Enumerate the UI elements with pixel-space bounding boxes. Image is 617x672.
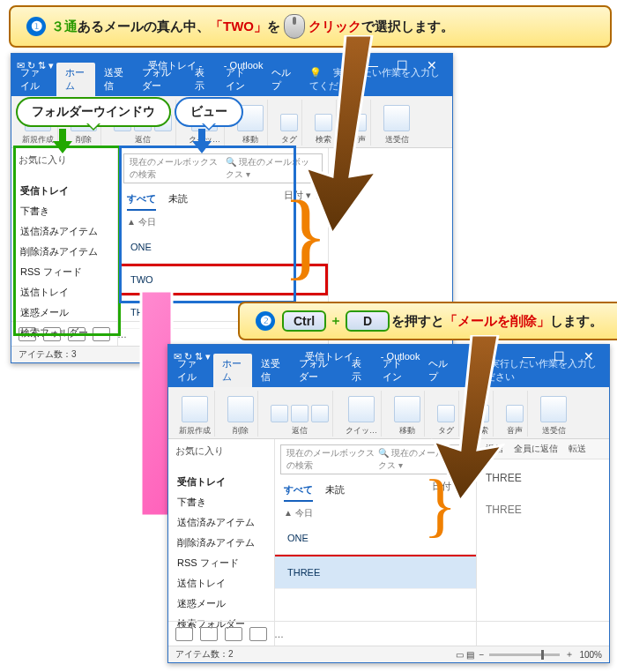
mouse-icon xyxy=(284,14,305,39)
ribbon-voice-2[interactable]: 音声 xyxy=(502,391,528,437)
nav-more-2[interactable]: … xyxy=(274,629,284,639)
tab-send[interactable]: 送受信 xyxy=(95,63,134,96)
tab-view-2[interactable]: 表示 xyxy=(343,354,375,387)
folder-rss-2[interactable]: RSS フィード xyxy=(168,553,274,573)
mail-two[interactable]: TWO xyxy=(118,264,328,296)
nav-mail-icon-2[interactable] xyxy=(175,627,193,641)
nav-mail-icon[interactable] xyxy=(19,327,36,341)
search-input-2[interactable]: 現在のメールボックスの検索 🔍 現在のメールボックス ▾ xyxy=(280,444,471,474)
i1-tail: で選択します。 xyxy=(361,19,454,35)
tab-help-2[interactable]: ヘルプ xyxy=(420,354,458,387)
list-tabs-1: すべて 未読 日付 ▾ ↑ xyxy=(118,189,328,211)
nav-task-icon[interactable] xyxy=(93,327,110,341)
i2-del: 「メールを削除」 xyxy=(444,313,550,330)
ribbon-search-2[interactable]: 検索 xyxy=(468,391,494,437)
i1-two: 「TWO」 xyxy=(210,19,267,35)
tab-addin[interactable]: アドイン xyxy=(217,63,262,96)
tab-addin-2[interactable]: アドイン xyxy=(374,354,419,387)
ribbon-reply-2[interactable]: 返信 xyxy=(267,391,333,437)
folder-sent-2[interactable]: 送信済みアイテム xyxy=(168,512,274,533)
tab-unread-2[interactable]: 未読 xyxy=(325,480,345,502)
folder-deleted-2[interactable]: 削除済みアイテム xyxy=(168,533,274,553)
zoom-slider[interactable] xyxy=(489,653,560,656)
mail-one-2[interactable]: ONE xyxy=(275,522,476,555)
mail-one[interactable]: ONE xyxy=(118,231,328,264)
statusbar-2: アイテム数：2 ▭ ▤−＋ 100% xyxy=(168,646,609,662)
tab-folder-2[interactable]: フォルダー xyxy=(290,354,342,387)
tab-view[interactable]: 表示 xyxy=(186,63,218,96)
reply-bar: 返信 全員に返信 転送 xyxy=(477,439,609,459)
folder-draft-2[interactable]: 下書き xyxy=(168,492,274,512)
folder-outbox[interactable]: 送信トレイ xyxy=(11,282,117,302)
folder-deleted[interactable]: 削除済みアイテム xyxy=(11,242,117,262)
ribbon-sendrecv[interactable]: 送受信 xyxy=(380,100,413,146)
ribbon-tag[interactable]: タグ xyxy=(277,100,302,146)
folder-outbox-2[interactable]: 送信トレイ xyxy=(168,573,274,594)
sort-date[interactable]: 日付 ▾ ↑ xyxy=(284,189,319,211)
ribbon-move-2[interactable]: 移動 xyxy=(390,391,425,437)
group-today[interactable]: ▲ 今日 xyxy=(118,211,328,231)
zoom-control[interactable]: ▭ ▤−＋ 100% xyxy=(456,648,602,661)
callout-view: ビュー xyxy=(175,97,243,127)
tab-home-2[interactable]: ホーム xyxy=(213,354,252,387)
nav-task-icon-2[interactable] xyxy=(249,627,267,641)
ribbon-tag-2[interactable]: タグ xyxy=(434,391,459,437)
ribbon-sendrecv-2[interactable]: 送受信 xyxy=(537,391,570,437)
nav-people-icon[interactable] xyxy=(68,327,85,341)
ribbon-voice[interactable]: 音声 xyxy=(346,100,371,146)
key-ctrl: Ctrl xyxy=(282,310,326,332)
step-number-2: ❷ xyxy=(256,311,275,331)
nav-people-icon-2[interactable] xyxy=(225,627,242,641)
group-today-2[interactable]: ▲ 今日 xyxy=(275,502,476,522)
sort-date-2[interactable]: 日付 ▾ ↑ xyxy=(432,480,467,502)
folder-sent[interactable]: 送信済みアイテム xyxy=(11,221,117,242)
i2-tail: します。 xyxy=(550,313,603,330)
nav-cal-icon[interactable] xyxy=(43,327,61,341)
ribbon-new-2[interactable]: 新規作成 xyxy=(175,391,215,437)
reply-btn[interactable]: 返信 xyxy=(486,443,503,455)
favorites-header-2[interactable]: お気に入り xyxy=(168,439,274,463)
folder-inbox-2[interactable]: 受信トレイ xyxy=(168,472,274,492)
sendrecv-icon xyxy=(383,105,410,131)
zoom-value: 100% xyxy=(579,650,602,660)
tab-all[interactable]: すべて xyxy=(127,189,156,211)
instruction-2: ❷ Ctrl ＋ D を押すと 「メールを削除」 します。 xyxy=(238,302,617,340)
search-placeholder: 現在のメールボックスの検索 xyxy=(130,156,226,181)
replyall-btn[interactable]: 全員に返信 xyxy=(514,443,558,455)
i1-wo: を xyxy=(267,19,280,35)
ribbon-search[interactable]: 検索 xyxy=(311,100,337,146)
folder-rss[interactable]: RSS フィード xyxy=(11,262,117,282)
preview-subject-2b: THREE xyxy=(477,497,609,523)
favorites-header[interactable]: お気に入り xyxy=(11,148,117,172)
tab-all-2[interactable]: すべて xyxy=(284,480,313,502)
mail-three-2[interactable]: THREE xyxy=(275,555,476,589)
tab-send-2[interactable]: 送受信 xyxy=(252,354,291,387)
folder-junk[interactable]: 迷惑メール xyxy=(11,302,117,323)
search-input-1[interactable]: 現在のメールボックスの検索 🔍 現在のメールボックス ▾ xyxy=(123,153,323,183)
tab-help[interactable]: ヘルプ xyxy=(263,63,301,96)
people-icon xyxy=(315,114,332,131)
ribbon-quick-2[interactable]: クイッ… xyxy=(342,391,382,437)
tell-me[interactable]: 💡 実行したい作業を入力してください xyxy=(301,63,452,96)
navbar-2: … xyxy=(168,621,609,646)
tell-me-2[interactable]: 💡 実行したい作業を入力してください xyxy=(457,354,609,387)
tag-icon xyxy=(280,114,298,131)
nav-cal-icon-2[interactable] xyxy=(200,627,218,641)
folder-pane-2: お気に入り 受信トレイ 下書き 送信済みアイテム 削除済みアイテム RSS フィ… xyxy=(168,439,275,647)
nav-more[interactable]: … xyxy=(117,329,127,340)
tab-folder[interactable]: フォルダー xyxy=(133,63,185,96)
tab-file[interactable]: ファイル xyxy=(11,63,56,96)
folder-draft[interactable]: 下書き xyxy=(11,201,117,221)
step-number-1: ❶ xyxy=(26,17,46,36)
forward-btn[interactable]: 転送 xyxy=(569,443,586,455)
menubar-1: ファイル ホーム 送受信 フォルダー 表示 アドイン ヘルプ 💡 実行したい作業… xyxy=(11,77,452,96)
folder-inbox[interactable]: 受信トレイ xyxy=(11,181,117,201)
tab-unread[interactable]: 未読 xyxy=(168,189,188,211)
preview-subject-1: TWO xyxy=(338,175,362,187)
menubar-2: ファイル ホーム 送受信 フォルダー 表示 アドイン ヘルプ 💡 実行したい作業… xyxy=(168,368,609,387)
key-d: D xyxy=(346,310,390,332)
ribbon-delete-2[interactable]: 削除 xyxy=(224,391,258,437)
folder-junk-2[interactable]: 迷惑メール xyxy=(168,594,274,614)
tab-file-2[interactable]: ファイル xyxy=(168,354,213,387)
tab-home[interactable]: ホーム xyxy=(56,63,95,96)
